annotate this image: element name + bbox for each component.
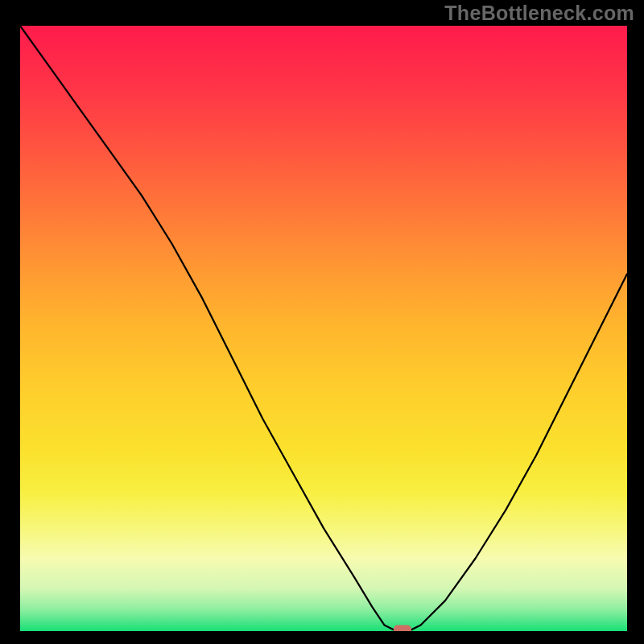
min-marker — [394, 625, 411, 632]
chart-container: { "watermark": "TheBottleneck.com", "cha… — [0, 0, 644, 644]
chart-svg — [20, 26, 627, 631]
watermark-text: TheBottleneck.com — [444, 2, 634, 25]
plot-area — [20, 26, 627, 631]
chart-background — [20, 26, 627, 631]
